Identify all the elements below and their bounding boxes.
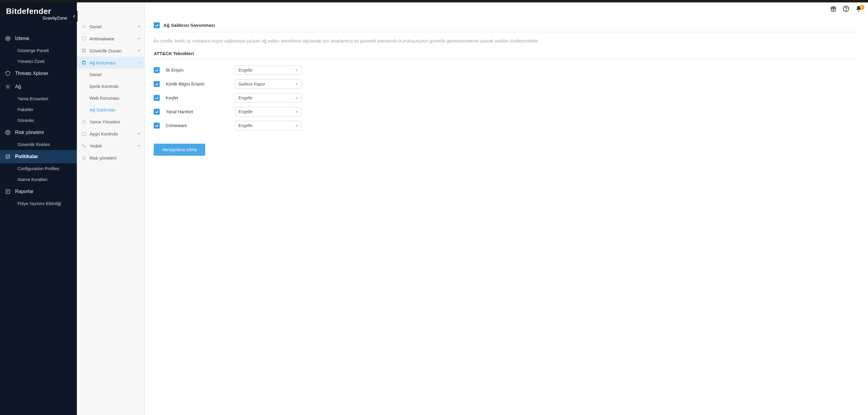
svg-rect-22 bbox=[82, 133, 86, 135]
collapse-sidebar-button[interactable] bbox=[71, 11, 78, 22]
sidebar-section-icon bbox=[5, 188, 11, 195]
sidebar-subitem[interactable]: Configuration Profiles bbox=[0, 163, 77, 174]
policy-nav-subitem[interactable]: Genel bbox=[77, 69, 144, 80]
technique-label: Keşfet bbox=[166, 96, 235, 100]
policy-nav: Genel+Antimalware+Güvenlik Duvarı+Ağ Kor… bbox=[77, 0, 145, 415]
technique-row: Keşfet Engelle ▼ bbox=[154, 93, 859, 103]
brand-sub: GravityZone bbox=[6, 15, 71, 21]
brand: Bitdefender GravityZone bbox=[0, 2, 77, 23]
svg-line-26 bbox=[84, 145, 84, 146]
policy-nav-label: Genel bbox=[90, 24, 101, 29]
policy-nav-item[interactable]: Aygıt Kontrolü+ bbox=[77, 128, 144, 140]
svg-point-20 bbox=[82, 61, 86, 62]
sidebar-section[interactable]: İzleme bbox=[0, 32, 77, 45]
svg-point-15 bbox=[83, 26, 84, 27]
select-value: Engelle bbox=[239, 123, 253, 128]
policy-nav-item[interactable]: Antimalware+ bbox=[77, 33, 144, 44]
technique-checkbox[interactable] bbox=[154, 123, 160, 129]
sidebar-subitem[interactable]: Güvenlik Riskleri bbox=[0, 139, 77, 150]
policy-nav-icon bbox=[81, 24, 87, 29]
reset-defaults-button[interactable]: Varsayılana sıfırla bbox=[154, 144, 205, 156]
sidebar-subitem[interactable]: Görevler bbox=[0, 115, 77, 126]
svg-rect-21 bbox=[82, 121, 86, 123]
policy-nav-subitem[interactable]: İçerik Kontrolü bbox=[77, 80, 144, 92]
sidebar-section-icon bbox=[5, 36, 11, 41]
svg-rect-17 bbox=[84, 49, 86, 50]
technique-checkbox[interactable] bbox=[154, 95, 160, 101]
policy-nav-icon bbox=[81, 131, 87, 136]
chevron-down-icon: ▼ bbox=[295, 69, 298, 72]
sidebar-section[interactable]: Threats Xplorer bbox=[0, 67, 77, 80]
select-value: Engelle bbox=[239, 68, 253, 73]
policy-nav-item[interactable]: Ağ Koruması- bbox=[77, 57, 144, 69]
svg-point-8 bbox=[7, 86, 9, 88]
chevron-down-icon: ▼ bbox=[295, 82, 298, 86]
sidebar-subitem[interactable]: Yama Envanteri bbox=[0, 93, 77, 104]
select-value: Engelle bbox=[239, 96, 253, 100]
technique-action-select[interactable]: Engelle ▼ bbox=[235, 93, 301, 103]
policy-nav-icon bbox=[81, 36, 87, 41]
enable-defense-checkbox[interactable] bbox=[154, 22, 160, 28]
technique-action-select[interactable]: Engelle ▼ bbox=[235, 121, 301, 130]
chevron-down-icon: ▼ bbox=[295, 96, 298, 100]
techniques-heading: ATT&CK Teknikleri bbox=[154, 51, 859, 59]
policy-nav-subitem[interactable]: Ağ Saldırıları bbox=[77, 104, 144, 116]
policy-nav-label: Aygıt Kontrolü bbox=[90, 131, 118, 136]
policy-nav-item[interactable]: Güvenlik Duvarı+ bbox=[77, 44, 144, 57]
select-value: Sadece Rapor bbox=[239, 81, 266, 87]
sidebar-subitem[interactable]: Fidye Yazılımı Etkinliği bbox=[0, 198, 77, 209]
minus-icon: - bbox=[138, 60, 140, 65]
sidebar-nav: İzlemeGösterge PaneliYönetici ÖzetiThrea… bbox=[0, 32, 77, 209]
policy-nav-item[interactable]: Yedek+ bbox=[77, 140, 144, 152]
section-description: Bu özellik, belirli uç noktalara erişim … bbox=[154, 38, 859, 44]
sidebar-section-label: Raporlar bbox=[15, 189, 33, 194]
plus-icon: + bbox=[137, 143, 140, 148]
policy-nav-item[interactable]: Risk yönetimi bbox=[77, 152, 144, 164]
section-title: Ağ Saldırısı Savunması bbox=[163, 23, 215, 28]
plus-icon: + bbox=[137, 24, 140, 29]
technique-label: Yanal Hareket bbox=[166, 109, 235, 114]
policy-nav-label: Risk yönetimi bbox=[90, 155, 116, 161]
select-value: Engelle bbox=[239, 109, 253, 114]
technique-checkbox[interactable] bbox=[154, 81, 160, 87]
technique-action-select[interactable]: Sadece Rapor ▼ bbox=[235, 79, 301, 89]
policy-nav-icon bbox=[81, 155, 87, 161]
policy-nav-label: Güvenlik Duvarı bbox=[90, 48, 122, 53]
policy-nav-subitem[interactable]: Web Koruması bbox=[77, 92, 144, 104]
svg-rect-11 bbox=[6, 155, 10, 159]
svg-rect-12 bbox=[6, 189, 10, 193]
sidebar-section[interactable]: Risk yönetimi bbox=[0, 126, 77, 139]
sidebar-subitem[interactable]: Atama Kuralları bbox=[0, 174, 77, 185]
plus-icon: + bbox=[137, 131, 140, 136]
technique-row: Yanal Hareket Engelle ▼ bbox=[154, 107, 859, 116]
notification-badge: 2 bbox=[860, 5, 864, 10]
chevron-down-icon: ▼ bbox=[295, 124, 298, 127]
sidebar-section[interactable]: Raporlar bbox=[0, 185, 77, 198]
svg-rect-16 bbox=[82, 49, 84, 50]
svg-point-9 bbox=[6, 130, 10, 135]
policy-nav-item[interactable]: Yama Yönetimi bbox=[77, 116, 144, 128]
svg-rect-18 bbox=[82, 51, 84, 53]
policy-nav-icon bbox=[81, 143, 87, 148]
technique-checkbox[interactable] bbox=[154, 109, 160, 115]
technique-checkbox[interactable] bbox=[154, 67, 160, 73]
policy-nav-label: Yama Yönetimi bbox=[90, 119, 120, 125]
technique-action-select[interactable]: Engelle ▼ bbox=[235, 65, 301, 75]
sidebar-section[interactable]: Ağ bbox=[0, 80, 77, 93]
technique-action-select[interactable]: Engelle ▼ bbox=[235, 107, 301, 116]
sidebar-section[interactable]: Politikalar bbox=[0, 150, 77, 163]
sidebar-subitem[interactable]: Paketler bbox=[0, 104, 77, 115]
section-header: Ağ Saldırısı Savunması bbox=[154, 22, 859, 32]
policy-nav-label: Ağ Koruması bbox=[90, 60, 116, 65]
gift-icon[interactable] bbox=[830, 5, 837, 12]
sidebar-section-label: Threats Xplorer bbox=[15, 71, 48, 76]
bell-icon[interactable]: 2 bbox=[855, 5, 862, 12]
help-icon[interactable] bbox=[843, 5, 849, 12]
sidebar-subitem[interactable]: Gösterge Paneli bbox=[0, 45, 77, 56]
policy-nav-item[interactable]: Genel+ bbox=[77, 21, 144, 33]
technique-label: İlk Erişim bbox=[166, 68, 235, 73]
sidebar-section-label: İzleme bbox=[15, 36, 29, 41]
sidebar-section-icon bbox=[5, 130, 11, 136]
technique-row: Crimeware Engelle ▼ bbox=[154, 121, 859, 130]
sidebar-subitem[interactable]: Yönetici Özeti bbox=[0, 56, 77, 67]
